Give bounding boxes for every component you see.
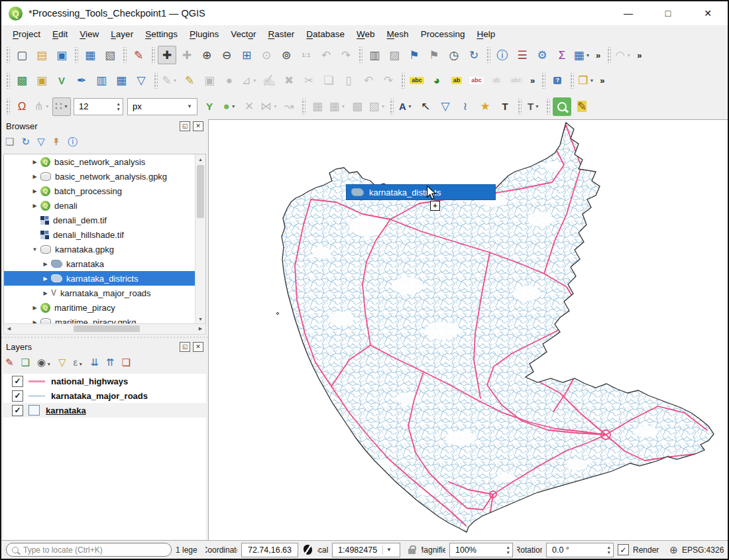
browser-item-denali[interactable]: ▶Qdenali [4, 198, 196, 213]
mesh-digitizing-icon[interactable]: ▦ [308, 97, 327, 116]
mesh-selection-icon[interactable]: ▦▼ [328, 97, 347, 116]
new-temporary-scratch-layer-icon[interactable]: ▽ [132, 72, 150, 90]
statistical-summary-icon[interactable]: Σ [553, 46, 571, 64]
layer-item-karnataka[interactable]: ✓karnataka [3, 403, 206, 418]
mesh-transform-icon[interactable]: ▩ [348, 97, 366, 116]
menu-mesh[interactable]: Mesh [381, 29, 415, 39]
select-annotation-icon[interactable]: ↖ [416, 97, 435, 116]
map-canvas[interactable]: karnataka_districts + [208, 119, 728, 541]
copy-features-icon[interactable]: ❏ [319, 72, 338, 90]
refresh-browser-icon[interactable]: ↻ [21, 137, 30, 146]
properties-info-icon[interactable]: ⓘ [68, 137, 78, 146]
lock-scale-icon[interactable] [408, 549, 416, 554]
new-print-layout-icon[interactable]: ▦ [81, 46, 99, 64]
menu-vector[interactable]: Vector [225, 29, 262, 39]
layers-close-icon[interactable]: ✕ [193, 342, 203, 352]
zoom-to-selection-icon[interactable]: ⊙ [257, 46, 276, 64]
snapping-unit-combobox[interactable]: px▼ [127, 98, 197, 115]
menu-plugins[interactable]: Plugins [184, 29, 225, 39]
create-marker-annotation-icon[interactable]: ★ [476, 97, 494, 116]
remove-layer-icon[interactable]: ❏ [121, 357, 130, 367]
expand-all-icon[interactable]: ⇊ [90, 357, 99, 367]
new-map-view-icon[interactable]: ▥ [365, 46, 384, 64]
menu-processing[interactable]: Processing [415, 29, 471, 39]
toolbar-overflow-icon[interactable]: » [530, 76, 535, 85]
expander-icon[interactable]: ▶ [30, 305, 39, 311]
menu-web[interactable]: Web [351, 29, 381, 39]
paste-features-icon[interactable]: ▯ [339, 72, 358, 90]
create-text-annotation-icon[interactable]: T [496, 97, 514, 116]
scroll-up-icon[interactable]: ▲ [196, 154, 205, 164]
locator-search-input[interactable]: Type to locate (Ctrl+K) [6, 543, 172, 557]
highlight-pinned-labels-icon[interactable]: abc [467, 72, 486, 90]
new-geopackage-layer-icon[interactable]: ▣ [32, 72, 51, 90]
maximize-button[interactable]: □ [648, 1, 688, 25]
move-feature-icon[interactable]: ↝ [280, 97, 298, 116]
create-form-annotation-icon[interactable]: T▼ [524, 97, 543, 116]
geocoder-search-icon[interactable] [553, 97, 571, 116]
open-layer-styling-icon[interactable]: ✎ [5, 357, 14, 367]
manage-visibility-icon[interactable]: ◉▼ [37, 357, 51, 367]
expander-icon[interactable]: ▶ [41, 276, 50, 282]
layer-item-karnataka_major_roads[interactable]: ✓karnataka_major_roads [3, 388, 206, 403]
browser-horizontal-scrollbar[interactable]: ◀ ▶ [3, 323, 206, 335]
browser-vertical-scrollbar[interactable]: ▲ ▼ [195, 154, 205, 323]
select-features-icon[interactable]: ❒▼ [577, 72, 595, 90]
temporal-controller-icon[interactable]: ◷ [445, 46, 463, 64]
filter-legend-icon[interactable]: ▽ [58, 357, 66, 367]
show-layout-manager-icon[interactable]: ▧ [101, 46, 119, 64]
save-layer-edits-icon[interactable]: ▣ [200, 72, 219, 90]
toolbar-overflow-icon[interactable]: » [596, 50, 600, 60]
new-project-icon[interactable]: ▢ [13, 46, 31, 64]
save-project-icon[interactable]: ▣ [52, 46, 71, 64]
mesh-forces-icon[interactable]: ▧▼ [368, 97, 386, 116]
field-calculator-icon[interactable]: ☰ [513, 46, 532, 64]
menu-raster[interactable]: Raster [262, 29, 301, 39]
zoom-out-icon[interactable]: ⊖ [217, 46, 236, 64]
undo-icon[interactable]: ↶ [359, 72, 378, 90]
browser-item-basic_network_analysis.gpkg[interactable]: ▶basic_network_analysis.gpkg [4, 169, 196, 184]
browser-item-batch_processing[interactable]: ▶Qbatch_processing [4, 184, 196, 198]
crs-indicator[interactable]: EPSG:4326 [682, 545, 724, 555]
pan-map-icon[interactable]: ✚ [158, 46, 176, 64]
new-shapefile-layer-icon[interactable]: V [52, 72, 71, 90]
filter-browser-icon[interactable]: ▽ [37, 137, 45, 146]
browser-item-denali_dem.tif[interactable]: denali_dem.tif [4, 213, 196, 227]
browser-float-icon[interactable]: ◱ [180, 121, 190, 131]
new-3d-map-view-icon[interactable]: ▨ [385, 46, 404, 64]
browser-item-karnataka_major_roads[interactable]: ▶Vkarnataka_major_roads [4, 286, 196, 300]
snap-intersection-icon[interactable]: ✕ [240, 97, 258, 116]
change-label-icon[interactable]: abc [507, 72, 526, 90]
vertex-tool-icon[interactable]: ⊿▼ [240, 72, 258, 90]
digitize-with-curve-icon[interactable]: ◠▼ [614, 46, 632, 64]
menu-database[interactable]: Database [300, 29, 351, 39]
panel-splitter[interactable] [1, 335, 208, 340]
avoid-overlap-icon[interactable]: ●▼ [220, 97, 239, 116]
zoom-to-layer-icon[interactable]: ⊚ [277, 46, 296, 64]
annotation-layer-icon[interactable]: A▼ [396, 97, 415, 116]
extents-toggle-icon[interactable] [303, 544, 313, 555]
render-checkbox[interactable]: ✓ [618, 544, 629, 555]
scroll-thumb[interactable] [197, 165, 204, 218]
pin-labels-icon[interactable]: ab [447, 72, 466, 90]
layer-item-national_highways[interactable]: ✓national_highways [3, 374, 206, 388]
browser-item-karnataka.gpkg[interactable]: ▼karnataka.gpkg [4, 242, 196, 256]
processing-toolbox-icon[interactable]: ⚙ [533, 46, 551, 64]
menu-view[interactable]: View [74, 29, 105, 39]
layers-float-icon[interactable]: ◱ [180, 342, 190, 352]
move-label-icon[interactable]: ab [487, 72, 506, 90]
expander-icon[interactable]: ▶ [30, 203, 39, 209]
delete-selected-icon[interactable]: ✖ [280, 72, 298, 90]
rotation-spinbox[interactable]: 0.0 ° ▲▼ [546, 543, 614, 557]
redo-icon[interactable]: ↷ [379, 72, 398, 90]
scroll-down-icon[interactable]: ▼ [196, 314, 205, 323]
new-virtual-layer-icon[interactable]: ▦ [112, 72, 131, 90]
osm-place-search-icon[interactable]: ✎ [573, 97, 591, 116]
layer-labeling-icon[interactable]: abc [408, 72, 426, 90]
browser-item-karnataka_districts[interactable]: ▶karnataka_districts [4, 271, 196, 286]
scroll-thumb[interactable] [74, 325, 140, 332]
enable-snapping-icon[interactable]: Ω [13, 97, 31, 116]
zoom-next-icon[interactable]: ↷ [337, 46, 355, 64]
spin-arrows-icon[interactable]: ▲▼ [607, 545, 613, 554]
help-contents-icon[interactable]: ? [548, 72, 567, 90]
